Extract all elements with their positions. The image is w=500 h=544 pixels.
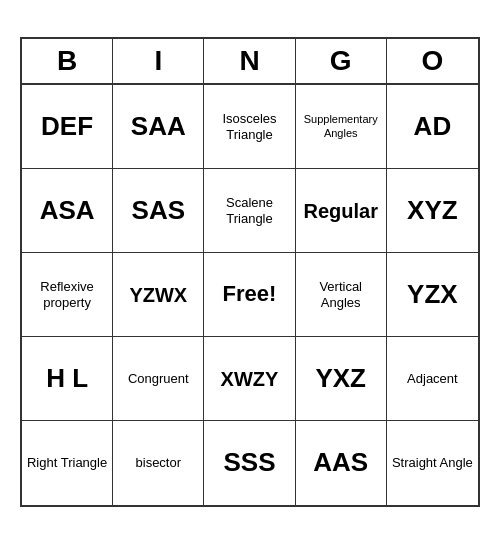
cell-text-13: Vertical Angles [300, 279, 382, 310]
cell-text-11: YZWX [129, 283, 187, 307]
bingo-cell-23: AAS [296, 421, 387, 505]
cell-text-7: Scalene Triangle [208, 195, 290, 226]
header-cell-o: O [387, 39, 478, 83]
cell-text-12: Free! [223, 281, 277, 307]
cell-text-9: XYZ [407, 195, 458, 226]
cell-text-24: Straight Angle [392, 455, 473, 471]
cell-text-18: YXZ [315, 363, 366, 394]
bingo-cell-22: SSS [204, 421, 295, 505]
header-cell-g: G [296, 39, 387, 83]
bingo-cell-15: H L [22, 337, 113, 421]
bingo-cell-21: bisector [113, 421, 204, 505]
cell-text-19: Adjacent [407, 371, 458, 387]
bingo-cell-20: Right Triangle [22, 421, 113, 505]
cell-text-0: DEF [41, 111, 93, 142]
bingo-cell-19: Adjacent [387, 337, 478, 421]
bingo-cell-17: XWZY [204, 337, 295, 421]
bingo-grid: DEFSAAIsosceles TriangleSupplementary An… [22, 85, 478, 505]
cell-text-6: SAS [132, 195, 185, 226]
bingo-cell-11: YZWX [113, 253, 204, 337]
header-cell-b: B [22, 39, 113, 83]
cell-text-2: Isosceles Triangle [208, 111, 290, 142]
bingo-cell-10: Reflexive property [22, 253, 113, 337]
bingo-cell-5: ASA [22, 169, 113, 253]
bingo-cell-18: YXZ [296, 337, 387, 421]
bingo-cell-2: Isosceles Triangle [204, 85, 295, 169]
cell-text-21: bisector [136, 455, 182, 471]
cell-text-1: SAA [131, 111, 186, 142]
bingo-cell-8: Regular [296, 169, 387, 253]
cell-text-8: Regular [303, 199, 377, 223]
cell-text-10: Reflexive property [26, 279, 108, 310]
cell-text-16: Congruent [128, 371, 189, 387]
bingo-header: BINGO [22, 39, 478, 85]
cell-text-17: XWZY [221, 367, 279, 391]
header-cell-i: I [113, 39, 204, 83]
cell-text-20: Right Triangle [27, 455, 107, 471]
bingo-cell-7: Scalene Triangle [204, 169, 295, 253]
header-cell-n: N [204, 39, 295, 83]
cell-text-22: SSS [223, 447, 275, 478]
bingo-cell-6: SAS [113, 169, 204, 253]
cell-text-5: ASA [40, 195, 95, 226]
cell-text-14: YZX [407, 279, 458, 310]
bingo-cell-24: Straight Angle [387, 421, 478, 505]
cell-text-15: H L [46, 363, 88, 394]
bingo-card: BINGO DEFSAAIsosceles TriangleSupplement… [20, 37, 480, 507]
bingo-cell-3: Supplementary Angles [296, 85, 387, 169]
cell-text-23: AAS [313, 447, 368, 478]
cell-text-4: AD [414, 111, 452, 142]
bingo-cell-4: AD [387, 85, 478, 169]
bingo-cell-14: YZX [387, 253, 478, 337]
bingo-cell-13: Vertical Angles [296, 253, 387, 337]
bingo-cell-12: Free! [204, 253, 295, 337]
bingo-cell-1: SAA [113, 85, 204, 169]
bingo-cell-16: Congruent [113, 337, 204, 421]
bingo-cell-9: XYZ [387, 169, 478, 253]
cell-text-3: Supplementary Angles [300, 113, 382, 139]
bingo-cell-0: DEF [22, 85, 113, 169]
